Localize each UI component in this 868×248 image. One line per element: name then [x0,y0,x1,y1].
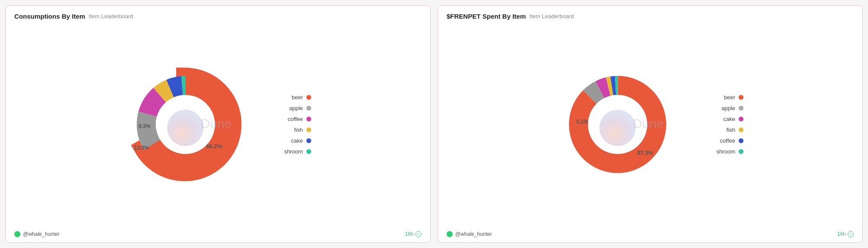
charts-container: Consumptions By Item Item Leaderboard [0,0,868,248]
legend-label-fish-1: fish [294,127,303,133]
legend-dot-coffee-1 [306,117,311,121]
footer-user-1: @whale_hunter [14,231,59,237]
legend-label-cake-2: cake [723,116,735,122]
check-icon-1: ✓ [415,231,421,237]
legend-item-fish-1: fish [263,127,311,133]
footer-time-label-2: 16h [837,231,846,237]
legend-dot-beer-1 [306,95,311,100]
user-avatar-1 [14,231,20,237]
legend-dot-shroom-1 [306,149,311,154]
legend-label-shroom-2: shroom [717,148,735,155]
footer-time-label-1: 16h [405,231,414,237]
legend-label-fish-2: fish [727,127,735,133]
legend-label-beer-1: beer [292,94,303,101]
legend-item-beer-1: beer [263,94,311,101]
legend-dot-cake-2 [739,117,743,121]
label-gray-2: 5.1% [576,119,589,125]
card-header-2: $FRENPET Spent By Item Item Leaderboard [447,13,854,20]
chart-subtitle-1: Item Leaderboard [89,13,133,20]
footer-user-2: @whale_hunter [447,231,492,237]
chart-card-2: $FRENPET Spent By Item Item Leaderboard [437,5,863,243]
legend-dot-fish-2 [739,127,743,132]
legend-label-coffee-1: coffee [288,116,303,122]
legend-label-coffee-2: coffee [720,137,735,144]
legend-item-beer-2: beer [696,94,743,101]
legend-dot-fish-1 [306,127,311,132]
legend-dot-shroom-2 [739,149,743,154]
inner-decoration-1 [167,110,204,146]
donut-svg-1b: Dune 66.2% 9.3% 13.0% [125,64,246,185]
donut-wrapper-1: Dune 66.2% 9.3% 13.0% [125,64,246,185]
footer-time-2: 16h ✓ [837,231,854,237]
legend-label-shroom-1: shroom [284,148,303,155]
legend-label-apple-2: apple [721,105,735,111]
legend-dot-apple-1 [306,106,311,111]
legend-item-apple-2: apple [696,105,743,111]
chart-title-2: $FRENPET Spent By Item [447,13,526,20]
chart-body-2: Dune 87.3% 5.1% beer apple cake [447,23,854,225]
donut-wrapper-2: Dune 87.3% 5.1% [557,64,678,185]
chart-subtitle-2: Item Leaderboard [529,13,574,20]
legend-item-shroom-2: shroom [696,148,743,155]
footer-username-2: @whale_hunter [455,231,492,237]
card-footer-1: @whale_hunter 16h ✓ [14,228,421,237]
legend-label-apple-1: apple [289,105,303,111]
legend-item-cake-2: cake [696,116,743,122]
user-avatar-2 [447,231,453,237]
label-coffee-1: 9.3% [138,123,151,129]
card-header-1: Consumptions By Item Item Leaderboard [14,13,421,20]
check-icon-2: ✓ [848,231,854,237]
legend-item-coffee-2: coffee [696,137,743,144]
label-gray-1: 13.0% [134,145,149,151]
legend-1: beer apple coffee fish cake [263,94,311,155]
legend-item-fish-2: fish [696,127,743,133]
legend-2: beer apple cake fish coffee [696,94,743,155]
label-beer-2: 87.3% [637,150,653,156]
legend-dot-coffee-2 [739,138,743,143]
footer-username-1: @whale_hunter [23,231,59,237]
legend-item-cake-1: cake [263,137,311,144]
legend-label-cake-1: cake [291,137,303,144]
legend-label-beer-2: beer [724,94,735,101]
watermark-1: Dune [201,116,232,131]
watermark-2: Dune [633,116,664,131]
legend-dot-cake-1 [306,138,311,143]
chart-card-1: Consumptions By Item Item Leaderboard [5,5,431,243]
legend-item-coffee-1: coffee [263,116,311,122]
legend-dot-beer-2 [739,95,743,100]
chart-body-1: Dune 66.2% 9.3% 13.0% beer apple [14,23,421,225]
legend-dot-apple-2 [739,106,743,111]
donut-svg-2: Dune 87.3% 5.1% [557,64,678,185]
legend-item-apple-1: apple [263,105,311,111]
inner-decoration-2 [599,110,636,146]
footer-time-1: 16h ✓ [405,231,421,237]
label-beer-1: 66.2% [206,143,222,150]
chart-title-1: Consumptions By Item [14,13,85,20]
card-footer-2: @whale_hunter 16h ✓ [447,228,854,237]
legend-item-shroom-1: shroom [263,148,311,155]
